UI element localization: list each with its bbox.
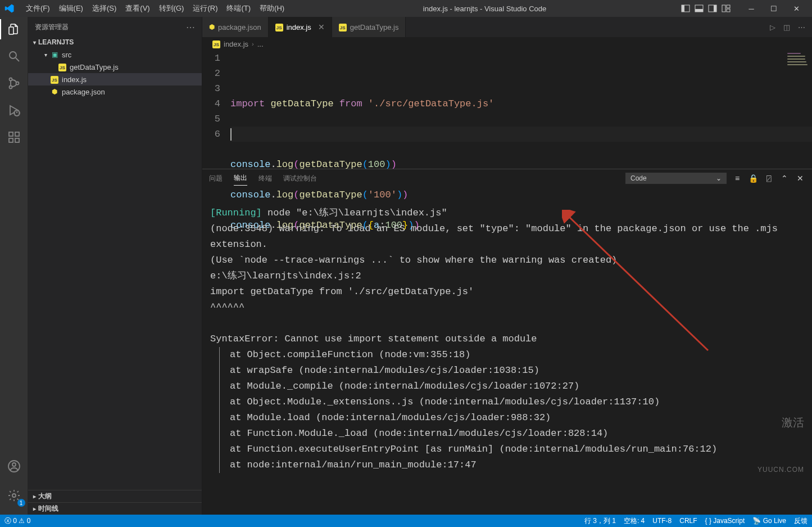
- close-icon[interactable]: ✕: [785, 1, 808, 16]
- tab-getdatatype-js[interactable]: JS getDataType.js: [332, 17, 406, 37]
- menu-help[interactable]: 帮助(H): [255, 1, 289, 16]
- more-actions-icon[interactable]: ⋯: [798, 23, 805, 31]
- layout-controls: [681, 3, 731, 13]
- tree-label: index.js: [62, 75, 87, 84]
- code-editor[interactable]: 1 2 3 4 5 6 import getDataType from './s…: [202, 51, 812, 169]
- window-controls: ─ ☐ ✕: [740, 1, 808, 16]
- outline-section[interactable]: ▸ 大纲: [28, 490, 202, 502]
- breadcrumbs[interactable]: JS index.js › ...: [202, 37, 812, 51]
- bottom-panel: 问题 输出 终端 调试控制台 Code⌄ ≡ 🔒 ⍁ ⌃ ✕ [Running]…: [202, 169, 812, 515]
- status-language[interactable]: { } JavaScript: [705, 517, 745, 525]
- source-control-icon[interactable]: [6, 75, 22, 91]
- editor-area: ⬢ package.json JS index.js ✕ JS getDataT…: [202, 17, 812, 515]
- more-icon[interactable]: ⋯: [186, 22, 195, 32]
- outline-label: 大纲: [38, 492, 52, 501]
- watermark: 激活 YUUCN.COM: [757, 383, 804, 509]
- tab-label: index.js: [287, 23, 311, 31]
- tab-label: package.json: [218, 23, 261, 31]
- svg-point-12: [9, 86, 12, 89]
- tree-file-index[interactable]: JS index.js: [28, 73, 202, 85]
- status-errors[interactable]: ⓧ 0 ⚠ 0: [4, 516, 30, 526]
- svg-rect-7: [727, 5, 730, 8]
- run-debug-icon[interactable]: [6, 102, 22, 118]
- toggle-secondary-sidebar-icon[interactable]: [707, 3, 718, 13]
- timeline-section[interactable]: ▸ 时间线: [28, 502, 202, 515]
- tab-index-js[interactable]: JS index.js ✕: [269, 17, 332, 37]
- status-spaces[interactable]: 空格: 4: [624, 516, 645, 526]
- customize-layout-icon[interactable]: [721, 3, 731, 13]
- text-cursor: [230, 128, 232, 141]
- json-file-icon: ⬢: [209, 23, 215, 31]
- panel-tab-problems[interactable]: 问题: [209, 172, 223, 186]
- json-file-icon: ⬢: [49, 88, 60, 96]
- js-file-icon: JS: [275, 22, 283, 32]
- chevron-right-icon: ›: [252, 40, 254, 47]
- menu-edit[interactable]: 编辑(E): [55, 1, 88, 16]
- menubar: 文件(F) 编辑(E) 选择(S) 查看(V) 转到(G) 运行(R) 终端(T…: [21, 1, 289, 16]
- breadcrumb-segment[interactable]: index.js: [224, 40, 248, 48]
- accounts-icon[interactable]: [6, 458, 22, 474]
- tree-folder-src[interactable]: ▾ ▣ src: [28, 48, 202, 61]
- menu-select[interactable]: 选择(S): [88, 1, 121, 16]
- tree-label: package.json: [62, 88, 105, 96]
- extensions-icon[interactable]: [6, 129, 22, 145]
- js-file-icon: JS: [339, 22, 347, 32]
- editor-actions: ▷ ◫ ⋯: [763, 17, 812, 37]
- toggle-primary-sidebar-icon[interactable]: [681, 3, 691, 13]
- chevron-down-icon: ▾: [30, 39, 38, 46]
- project-name: LEARNJTS: [38, 38, 74, 46]
- menu-run[interactable]: 运行(R): [188, 1, 222, 16]
- tree-file-package[interactable]: ⬢ package.json: [28, 85, 202, 98]
- settings-icon[interactable]: 1: [6, 488, 22, 503]
- explorer-icon[interactable]: [6, 21, 22, 37]
- output-content[interactable]: [Running] node "e:\练习\learnjts\index.js"…: [202, 187, 812, 515]
- window-title: index.js - learnjts - Visual Studio Code: [289, 4, 681, 13]
- toggle-panel-icon[interactable]: [694, 3, 704, 13]
- svg-rect-8: [727, 9, 730, 12]
- svg-rect-6: [722, 5, 725, 12]
- sidebar-title: 资源管理器: [35, 22, 69, 32]
- status-golive[interactable]: 📡 Go Live: [752, 517, 786, 525]
- status-eol[interactable]: CRLF: [679, 517, 697, 525]
- menu-goto[interactable]: 转到(G): [155, 1, 189, 16]
- svg-rect-5: [714, 5, 716, 12]
- tab-package-json[interactable]: ⬢ package.json: [202, 17, 269, 37]
- minimize-icon[interactable]: ─: [740, 1, 763, 16]
- svg-point-9: [10, 52, 16, 58]
- tab-label: getDataType.js: [350, 23, 399, 31]
- folder-icon: ▣: [49, 51, 60, 58]
- menu-terminal[interactable]: 终端(T): [222, 1, 255, 16]
- maximize-icon[interactable]: ☐: [763, 1, 785, 16]
- breadcrumb-segment[interactable]: ...: [257, 40, 264, 48]
- status-bar: ⓧ 0 ⚠ 0 行 3，列 1 空格: 4 UTF-8 CRLF { } Jav…: [0, 515, 812, 527]
- timeline-label: 时间线: [38, 504, 58, 514]
- sidebar: 资源管理器 ⋯ ▾ LEARNJTS ▾ ▣ src JS getDataTyp…: [28, 17, 202, 515]
- status-ln-col[interactable]: 行 3，列 1: [584, 516, 616, 526]
- svg-line-22: [568, 215, 708, 350]
- tree-file-getdatatype[interactable]: JS getDataType.js: [28, 61, 202, 73]
- minimap[interactable]: [787, 53, 810, 70]
- status-feedback[interactable]: 反馈: [794, 516, 808, 526]
- chevron-down-icon: ▾: [42, 52, 49, 58]
- js-file-icon: JS: [49, 75, 60, 84]
- svg-rect-1: [682, 5, 684, 12]
- run-icon[interactable]: ▷: [770, 23, 775, 31]
- menu-view[interactable]: 查看(V): [121, 1, 154, 16]
- split-editor-icon[interactable]: ◫: [783, 23, 790, 31]
- vscode-logo-icon: [4, 3, 15, 13]
- project-section-header[interactable]: ▾ LEARNJTS: [28, 37, 202, 47]
- sidebar-header: 资源管理器 ⋯: [28, 17, 202, 37]
- svg-rect-17: [15, 138, 19, 142]
- main-layout: 1 资源管理器 ⋯ ▾ LEARNJTS ▾ ▣ src JS getDataT…: [0, 17, 812, 515]
- svg-rect-16: [9, 138, 13, 142]
- tree-label: getDataType.js: [70, 63, 119, 71]
- search-icon[interactable]: [6, 48, 22, 64]
- status-encoding[interactable]: UTF-8: [652, 517, 672, 525]
- code-content[interactable]: import getDataType from './src/getDataTy…: [230, 51, 812, 169]
- close-tab-icon[interactable]: ✕: [318, 22, 325, 31]
- line-gutter: 1 2 3 4 5 6: [202, 51, 230, 169]
- chevron-right-icon: ▸: [30, 493, 38, 499]
- activity-bar: 1: [0, 17, 28, 515]
- menu-file[interactable]: 文件(F): [21, 1, 55, 16]
- svg-point-20: [12, 463, 16, 466]
